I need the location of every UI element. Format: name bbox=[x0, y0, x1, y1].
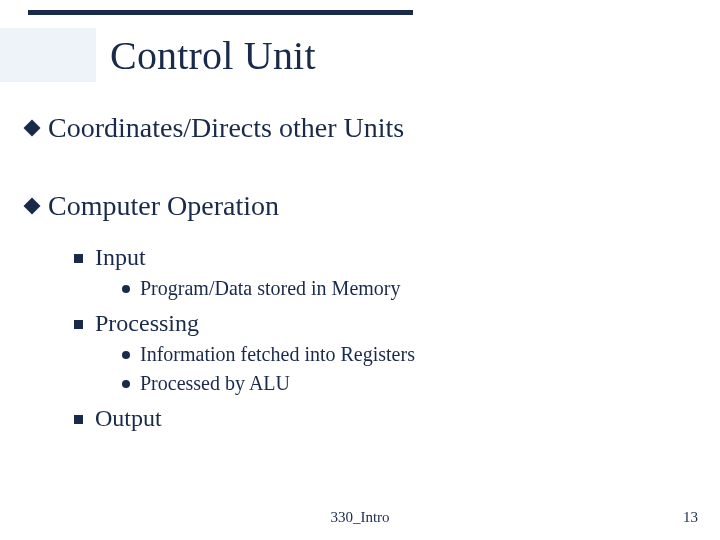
bullet-text: Information fetched into Registers bbox=[140, 343, 415, 366]
bullet-l3: Information fetched into Registers bbox=[122, 343, 694, 366]
bullet-l1: Coordinates/Directs other Units bbox=[26, 112, 694, 144]
footer-center: 330_Intro bbox=[0, 509, 720, 526]
dot-icon bbox=[122, 351, 130, 359]
bullet-l2: Input bbox=[74, 244, 694, 271]
bullet-l1: Computer Operation bbox=[26, 190, 694, 222]
bullet-text: Output bbox=[95, 405, 162, 432]
bullet-text: Coordinates/Directs other Units bbox=[48, 112, 404, 144]
title-block: Control Unit bbox=[0, 28, 316, 82]
dot-icon bbox=[122, 380, 130, 388]
top-rule bbox=[28, 10, 413, 15]
content-area: Coordinates/Directs other Units Computer… bbox=[26, 112, 694, 436]
square-icon bbox=[74, 254, 83, 263]
bullet-l3: Processed by ALU bbox=[122, 372, 694, 395]
diamond-icon bbox=[24, 198, 41, 215]
slide-title: Control Unit bbox=[110, 32, 316, 79]
bullet-l3: Program/Data stored in Memory bbox=[122, 277, 694, 300]
bullet-l2: Processing bbox=[74, 310, 694, 337]
bullet-text: Processed by ALU bbox=[140, 372, 290, 395]
square-icon bbox=[74, 320, 83, 329]
bullet-l2: Output bbox=[74, 405, 694, 432]
bullet-text: Input bbox=[95, 244, 146, 271]
bullet-text: Computer Operation bbox=[48, 190, 279, 222]
footer-page-number: 13 bbox=[683, 509, 698, 526]
bullet-text: Processing bbox=[95, 310, 199, 337]
bullet-text: Program/Data stored in Memory bbox=[140, 277, 401, 300]
title-accent bbox=[0, 28, 96, 82]
diamond-icon bbox=[24, 120, 41, 137]
square-icon bbox=[74, 415, 83, 424]
dot-icon bbox=[122, 285, 130, 293]
